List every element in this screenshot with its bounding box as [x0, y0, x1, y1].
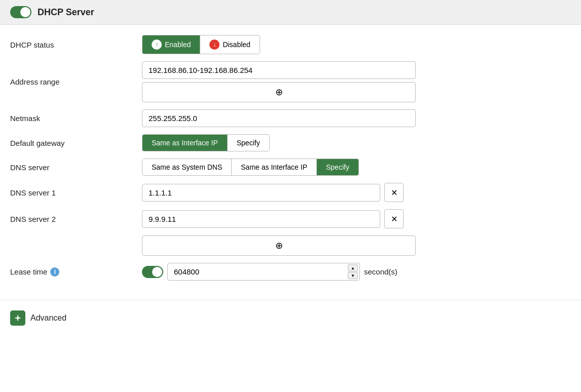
arrow-up-icon — [351, 266, 355, 270]
dns-server2-label: DNS server 2 — [10, 215, 142, 223]
dns-server1-input[interactable] — [142, 184, 380, 202]
address-range-label: Address range — [10, 77, 142, 86]
default-gateway-row: Default gateway Same as Interface IP Spe… — [10, 134, 571, 151]
default-gateway-label: Default gateway — [10, 139, 142, 147]
form-container: DHCP status ↑ Enabled ↓ Disabled Addre — [0, 25, 581, 298]
lease-time-controls: second(s) — [142, 263, 397, 281]
netmask-label: Netmask — [10, 114, 142, 123]
netmask-input[interactable] — [142, 109, 416, 127]
header-bar: DHCP Server — [0, 0, 581, 25]
advanced-section[interactable]: + Advanced — [0, 302, 581, 334]
page-container: DHCP Server DHCP status ↑ Enabled ↓ Disa… — [0, 0, 581, 392]
dns-same-system-button[interactable]: Same as System DNS — [142, 159, 232, 175]
dns-server2-delete-button[interactable]: ✕ — [384, 209, 404, 228]
page-title: DHCP Server — [38, 7, 94, 18]
gateway-btngroup: Same as Interface IP Specify — [142, 134, 270, 151]
lease-toggle-track — [142, 266, 163, 278]
dhcp-disabled-button[interactable]: ↓ Disabled — [200, 35, 259, 54]
add-dns-row: ⊕ — [10, 236, 571, 256]
lease-time-increment-button[interactable] — [348, 264, 358, 271]
gateway-specify-button[interactable]: Specify — [228, 135, 269, 151]
dns-server2-controls: ✕ — [142, 209, 404, 228]
dns-server1-delete-button[interactable]: ✕ — [384, 183, 404, 202]
address-range-row: Address range ⊕ — [10, 61, 571, 102]
toggle-track — [10, 6, 31, 18]
dhcp-status-row: DHCP status ↑ Enabled ↓ Disabled — [10, 35, 571, 54]
netmask-row: Netmask — [10, 109, 571, 127]
advanced-label: Advanced — [30, 313, 66, 323]
delete-icon: ✕ — [391, 188, 397, 198]
advanced-plus-icon: + — [10, 310, 25, 326]
dns-server2-input[interactable] — [142, 210, 380, 228]
add-dns-button[interactable]: ⊕ — [142, 236, 416, 256]
lease-time-unit: second(s) — [364, 267, 397, 276]
dns-server1-label: DNS server 1 — [10, 188, 142, 197]
lease-time-label: Lease time i — [10, 267, 142, 277]
lease-time-input[interactable] — [167, 263, 360, 281]
dhcp-server-toggle[interactable] — [10, 6, 31, 18]
dhcp-status-label: DHCP status — [10, 41, 142, 49]
dns-server-row: DNS server Same as System DNS Same as In… — [10, 159, 571, 176]
netmask-controls — [142, 109, 416, 127]
dhcp-status-btngroup: ↑ Enabled ↓ Disabled — [142, 35, 260, 54]
address-range-input[interactable] — [142, 61, 416, 79]
dns-btngroup: Same as System DNS Same as Interface IP … — [142, 159, 359, 176]
dns-server1-controls: ✕ — [142, 183, 404, 202]
delete-icon-2: ✕ — [391, 214, 397, 224]
dns-server-controls: Same as System DNS Same as Interface IP … — [142, 159, 359, 176]
lease-time-decrement-button[interactable] — [348, 272, 358, 279]
enabled-icon: ↑ — [152, 40, 162, 50]
dns-server-label: DNS server — [10, 163, 142, 172]
lease-time-spinners — [348, 264, 358, 279]
lease-time-input-wrap — [167, 263, 360, 281]
add-address-range-button[interactable]: ⊕ — [142, 82, 416, 102]
dns-specify-button[interactable]: Specify — [317, 159, 358, 175]
disabled-icon: ↓ — [209, 40, 220, 50]
dhcp-enabled-button[interactable]: ↑ Enabled — [142, 35, 200, 54]
address-range-controls: ⊕ — [142, 61, 416, 102]
divider — [0, 300, 581, 300]
dhcp-status-controls: ↑ Enabled ↓ Disabled — [142, 35, 260, 54]
dns-server1-row: DNS server 1 ✕ — [10, 183, 571, 202]
dns-server2-row: DNS server 2 ✕ — [10, 209, 571, 228]
lease-time-row: Lease time i — [10, 263, 571, 281]
add-dns-controls: ⊕ — [142, 236, 416, 256]
dns-same-interface-button[interactable]: Same as Interface IP — [232, 159, 317, 175]
add-dns-icon: ⊕ — [275, 240, 283, 251]
default-gateway-controls: Same as Interface IP Specify — [142, 134, 270, 151]
arrow-down-icon — [351, 273, 355, 278]
add-address-icon: ⊕ — [275, 87, 283, 98]
lease-time-toggle[interactable] — [142, 266, 163, 278]
lease-time-info-icon[interactable]: i — [50, 267, 59, 277]
gateway-same-button[interactable]: Same as Interface IP — [142, 135, 228, 151]
